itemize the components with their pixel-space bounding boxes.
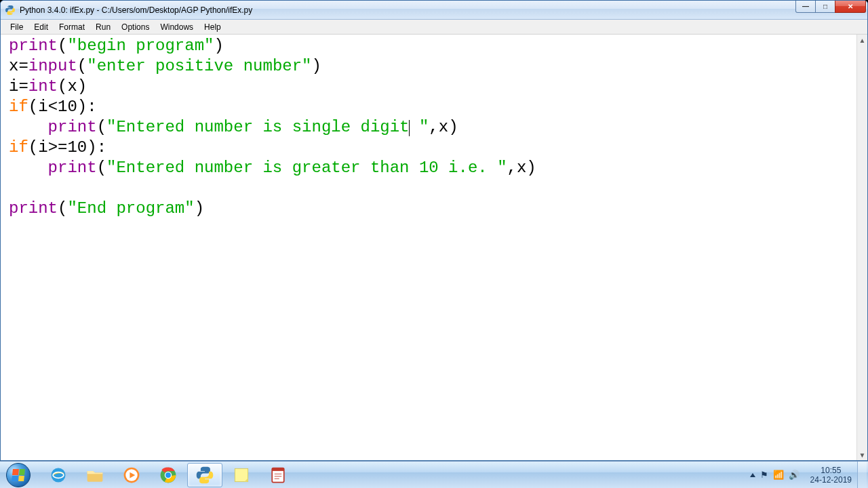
code-line: i=int(x) <box>9 77 855 97</box>
window-controls: — □ ✕ <box>796 1 866 13</box>
taskbar: ⚑ 📶 🔊 10:55 24-12-2019 <box>0 461 868 488</box>
tray-icons[interactable]: ⚑ 📶 🔊 <box>745 470 805 480</box>
start-orb-icon <box>6 463 31 487</box>
code-line: print("Entered number is single digit ",… <box>9 117 855 138</box>
token-pn: ) <box>87 138 96 157</box>
python-icon <box>5 5 16 16</box>
token-id: i <box>38 98 47 116</box>
token-op: = <box>18 57 28 75</box>
token-pn: ( <box>58 199 67 218</box>
token-id: i <box>38 138 47 157</box>
token-kw: if <box>9 98 28 116</box>
code-line: if(i<10): <box>9 97 855 117</box>
taskbar-notes-app[interactable] <box>260 463 296 487</box>
google-chrome-icon <box>158 465 178 485</box>
code-line: print("End program") <box>9 199 855 219</box>
python-idle-icon <box>195 465 215 485</box>
menu-format[interactable]: Format <box>54 20 90 34</box>
token-str: "begin program" <box>67 37 214 55</box>
windows-media-player-icon <box>121 465 142 485</box>
menu-file[interactable]: File <box>5 20 28 34</box>
taskbar-google-chrome[interactable] <box>151 463 186 487</box>
show-desktop-button[interactable] <box>857 462 867 489</box>
menubar: FileEditFormatRunOptionsWindowsHelp <box>1 20 867 35</box>
scroll-track[interactable] <box>857 45 867 449</box>
code-line <box>9 178 855 199</box>
token-bi: int <box>28 77 58 96</box>
start-button[interactable] <box>0 462 37 489</box>
token-pn: ( <box>28 138 38 157</box>
svg-rect-7 <box>235 468 248 481</box>
minimize-button[interactable]: — <box>795 1 816 13</box>
menu-help[interactable]: Help <box>199 20 226 34</box>
editor-area: print("begin program")x=input("enter pos… <box>1 35 867 460</box>
close-button[interactable]: ✕ <box>835 1 866 13</box>
token-pn: ) <box>77 77 87 96</box>
taskbar-internet-explorer[interactable] <box>41 463 76 487</box>
token-pn: ( <box>77 57 87 75</box>
maximize-button[interactable]: □ <box>815 1 835 13</box>
code-line: if(i>=10): <box>9 138 855 158</box>
sticky-notes-icon <box>231 465 252 485</box>
internet-explorer-icon <box>48 465 68 485</box>
taskbar-python-idle[interactable] <box>187 463 222 487</box>
token-op: < <box>48 98 58 116</box>
token-pn: ) <box>448 118 458 136</box>
token-pn: ( <box>97 159 106 177</box>
token-kw: if <box>9 138 28 157</box>
svg-point-6 <box>165 472 171 478</box>
close-icon: ✕ <box>848 3 853 10</box>
token-str: " <box>410 118 429 136</box>
code-line: print("begin program") <box>9 36 855 56</box>
token-pn: ) <box>214 37 223 55</box>
svg-rect-9 <box>272 468 284 470</box>
windows-flag-icon <box>12 469 25 481</box>
scroll-up-icon[interactable]: ▲ <box>857 35 867 45</box>
action-center-icon[interactable]: ⚑ <box>760 470 768 480</box>
window-title: Python 3.4.0: ifEx.py - C:/Users/om/Desk… <box>20 5 867 15</box>
token-bi: print <box>48 118 97 136</box>
code-line: print("Entered number is greater than 10… <box>9 158 855 178</box>
show-hidden-icons-icon[interactable] <box>750 473 755 477</box>
token-op: >= <box>48 138 68 157</box>
token-bi: print <box>9 199 58 218</box>
vertical-scrollbar[interactable]: ▲ ▼ <box>856 35 867 460</box>
token-id: 10 <box>67 138 87 157</box>
code-editor[interactable]: print("begin program")x=input("enter pos… <box>1 35 856 460</box>
taskbar-file-explorer[interactable] <box>77 463 113 487</box>
token-bi: print <box>9 37 58 55</box>
token-id: x <box>67 77 77 96</box>
clock[interactable]: 10:55 24-12-2019 <box>805 466 857 485</box>
menu-edit[interactable]: Edit <box>28 20 54 34</box>
network-icon[interactable]: 📶 <box>773 470 784 480</box>
clock-date: 24-12-2019 <box>810 475 852 485</box>
token-str: "Entered number is greater than 10 i.e. … <box>106 159 507 177</box>
menu-run[interactable]: Run <box>90 20 116 34</box>
file-explorer-icon <box>85 465 105 485</box>
token-id <box>9 118 48 136</box>
token-pn: , <box>429 118 438 136</box>
token-pn: ) <box>77 98 87 116</box>
maximize-icon: □ <box>823 3 827 10</box>
token-op: : <box>87 98 96 116</box>
token-id <box>9 159 48 177</box>
taskbar-windows-media-player[interactable] <box>114 463 149 487</box>
idle-window: Python 3.4.0: ifEx.py - C:/Users/om/Desk… <box>0 0 868 461</box>
taskbar-sticky-notes[interactable] <box>224 463 259 487</box>
token-pn: ( <box>58 37 67 55</box>
titlebar[interactable]: Python 3.4.0: ifEx.py - C:/Users/om/Desk… <box>1 1 867 20</box>
menu-windows[interactable]: Windows <box>155 20 199 34</box>
code-line: x=input("enter positive number") <box>9 56 855 77</box>
scroll-down-icon[interactable]: ▼ <box>857 449 867 460</box>
token-pn: ( <box>58 77 67 96</box>
volume-icon[interactable]: 🔊 <box>789 470 800 480</box>
menu-options[interactable]: Options <box>116 20 155 34</box>
token-pn: , <box>507 159 517 177</box>
token-pn: ) <box>195 199 204 218</box>
token-pn: ( <box>97 118 106 136</box>
token-id: x <box>9 57 18 75</box>
token-pn: ) <box>312 57 321 75</box>
token-id: x <box>517 159 526 177</box>
token-bi: print <box>48 159 97 177</box>
clock-time: 10:55 <box>810 466 852 475</box>
